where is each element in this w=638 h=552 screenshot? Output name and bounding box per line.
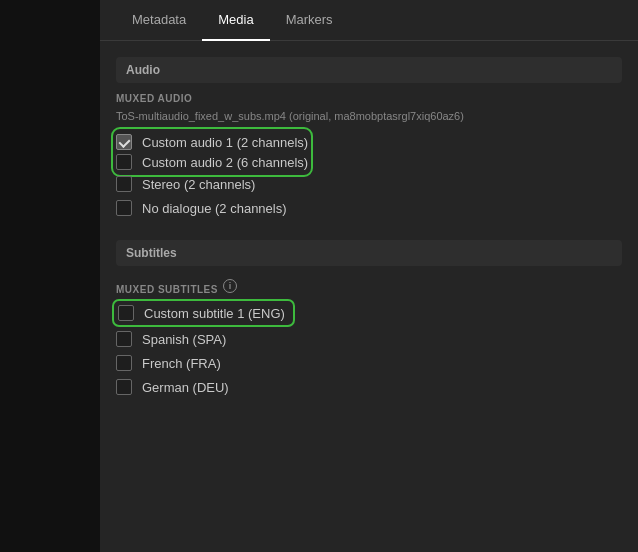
audio-file-info: ToS-multiaudio_fixed_w_subs.mp4 (origina… <box>116 110 622 122</box>
subtitle-highlight-group: Custom subtitle 1 (ENG) <box>116 303 291 323</box>
subtitle-label-2: French (FRA) <box>142 356 221 371</box>
muxed-subtitles-label: MUXED SUBTITLES <box>116 284 218 295</box>
subtitle-checkbox-3[interactable] <box>116 379 132 395</box>
subtitles-section-header: Subtitles <box>116 240 622 266</box>
tab-metadata[interactable]: Metadata <box>116 0 202 41</box>
subtitle-label-3: German (DEU) <box>142 380 229 395</box>
audio-option-2[interactable]: Stereo (2 channels) <box>116 176 622 192</box>
subtitle-option-2[interactable]: French (FRA) <box>116 355 622 371</box>
sidebar <box>0 0 100 552</box>
audio-section-header: Audio <box>116 57 622 83</box>
subtitle-checkbox-1[interactable] <box>116 331 132 347</box>
audio-checkbox-1[interactable] <box>116 154 132 170</box>
audio-checkbox-3[interactable] <box>116 200 132 216</box>
tab-media[interactable]: Media <box>202 0 269 41</box>
subtitle-label-0: Custom subtitle 1 (ENG) <box>144 306 285 321</box>
subtitle-option-1[interactable]: Spanish (SPA) <box>116 331 622 347</box>
subtitle-label-1: Spanish (SPA) <box>142 332 226 347</box>
audio-label-1: Custom audio 2 (6 channels) <box>142 155 308 170</box>
audio-option-1[interactable]: Custom audio 2 (6 channels) <box>116 154 308 170</box>
audio-checkbox-2[interactable] <box>116 176 132 192</box>
main-panel: Metadata Media Markers Audio MUXED AUDIO… <box>100 0 638 552</box>
audio-highlight-group: Custom audio 1 (2 channels) Custom audio… <box>116 132 308 172</box>
subtitle-checkbox-0[interactable] <box>118 305 134 321</box>
info-icon[interactable]: i <box>223 279 237 293</box>
subtitle-checkbox-2[interactable] <box>116 355 132 371</box>
audio-option-0[interactable]: Custom audio 1 (2 channels) <box>116 134 308 150</box>
subtitles-section: Subtitles MUXED SUBTITLES i Custom subti… <box>116 240 622 395</box>
subtitle-option-0[interactable]: Custom subtitle 1 (ENG) <box>118 305 285 321</box>
content-area: Audio MUXED AUDIO ToS-multiaudio_fixed_w… <box>100 41 638 552</box>
audio-option-3[interactable]: No dialogue (2 channels) <box>116 200 622 216</box>
tab-markers[interactable]: Markers <box>270 0 349 41</box>
audio-label-2: Stereo (2 channels) <box>142 177 255 192</box>
audio-label-3: No dialogue (2 channels) <box>142 201 287 216</box>
tab-bar: Metadata Media Markers <box>100 0 638 41</box>
audio-checkbox-0[interactable] <box>116 134 132 150</box>
subtitle-option-3[interactable]: German (DEU) <box>116 379 622 395</box>
audio-section: Audio MUXED AUDIO ToS-multiaudio_fixed_w… <box>116 57 622 216</box>
audio-label-0: Custom audio 1 (2 channels) <box>142 135 308 150</box>
muxed-audio-label: MUXED AUDIO <box>116 93 622 104</box>
